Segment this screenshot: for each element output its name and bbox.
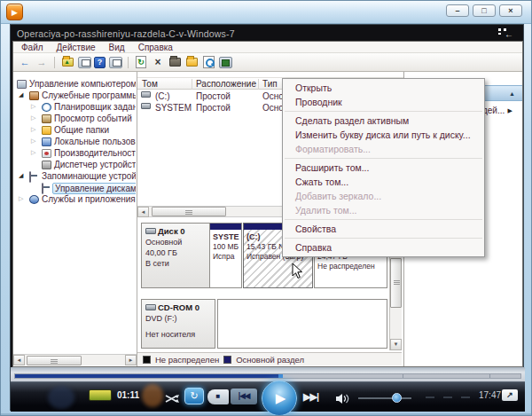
toolbox-icon (29, 91, 39, 100)
tree-item-event-viewer[interactable]: ▷Просмотр событий (13, 114, 136, 125)
video-restore-icon[interactable]: ← (497, 27, 514, 40)
previous-icon: |◀◀ (239, 391, 249, 400)
expander-expanded-icon[interactable]: ◢ (19, 172, 23, 179)
menu-item-delete-volume: Удалить том... (283, 203, 484, 217)
next-button[interactable]: ▶▶| (303, 391, 318, 403)
up-level-icon[interactable]: ▴ (60, 55, 74, 69)
menu-item-add-mirror: Добавить зеркало... (283, 189, 484, 203)
collapse-icon[interactable]: ▲ (509, 90, 515, 97)
volume-knob[interactable] (392, 393, 402, 403)
volume-slider[interactable] (358, 397, 411, 399)
tree-item-performance[interactable]: ▷Производительность (13, 148, 136, 160)
tree-item-shared-folders[interactable]: ▷Общие папки (13, 125, 136, 137)
stop-button[interactable]: ■ (207, 389, 229, 404)
disk0-info[interactable]: Диск 0 Основной 40,00 ГБ В сети (141, 223, 215, 288)
fullscreen-button[interactable]: ↗ (502, 389, 518, 401)
menu-item-properties[interactable]: Свойства (283, 222, 484, 236)
play-button[interactable]: ▶ (262, 381, 297, 416)
tree-item-storage[interactable]: ◢Запоминающие устройст (13, 171, 136, 183)
menu-item-extend-volume[interactable]: Расширить том... (283, 161, 484, 175)
play-icon: ▶ (276, 390, 286, 405)
menu-view[interactable]: Вид (109, 43, 125, 51)
player-titlebar: ▶ – □ × (1, 1, 532, 24)
back-icon[interactable]: ← (18, 55, 32, 69)
expander-expanded-icon[interactable]: ◢ (19, 91, 23, 98)
seek-bar[interactable] (14, 373, 521, 379)
close-icon: × (508, 6, 512, 15)
menu-separator (285, 111, 482, 112)
expander-collapsed-icon[interactable]: ▷ (31, 126, 35, 133)
refresh-icon[interactable]: ↻ (134, 55, 148, 69)
mouse-cursor (292, 263, 303, 283)
volume-icon[interactable] (335, 393, 350, 404)
console-window-icon[interactable] (77, 55, 91, 69)
help-icon[interactable]: ? (94, 57, 106, 68)
tree-item-system-tools[interactable]: ◢Служебные программы (13, 90, 136, 102)
expander-collapsed-icon[interactable]: ▷ (31, 103, 35, 110)
minimize-button[interactable]: – (446, 4, 469, 17)
menu-item-shrink-volume[interactable]: Сжать том... (283, 175, 484, 189)
video-area: Operaciya-po-rasshireniyu-razdela-C-v-Wi… (10, 24, 524, 411)
elapsed-time: 01:11 (117, 390, 139, 400)
toolbar-separator (54, 57, 55, 68)
scroll-down-icon[interactable]: ▼ (390, 339, 402, 350)
column-volume[interactable]: Том (142, 79, 158, 89)
tree-horizontal-scrollbar[interactable]: ◄ ► (13, 354, 137, 365)
unallocated-swatch (143, 356, 151, 364)
expander-collapsed-icon[interactable]: ▷ (31, 137, 35, 145)
disk-icon (145, 228, 156, 234)
manage-computer-icon[interactable] (218, 55, 232, 69)
menu-help[interactable]: Справка (138, 43, 173, 51)
console-tree: Управление компьютером (л ◢Служебные про… (13, 72, 137, 366)
folder-open-icon[interactable] (184, 55, 199, 69)
column-layout[interactable]: Расположение (196, 79, 256, 89)
expander-collapsed-icon[interactable]: ▷ (31, 114, 35, 122)
previous-button[interactable]: |◀◀ (231, 389, 257, 404)
expander-collapsed-icon[interactable]: ▷ (31, 149, 35, 156)
restore-left-arrow-icon: ← (505, 29, 513, 39)
scroll-left-icon[interactable]: ◄ (13, 355, 25, 365)
partition-system[interactable]: SYSTE 100 МБ Испра (209, 223, 242, 288)
volume-icon (141, 103, 151, 109)
menu-item-change-letter[interactable]: Изменить букву диска или путь к диску... (283, 128, 484, 142)
delete-icon[interactable]: × (151, 55, 165, 69)
scroll-right-icon[interactable]: ► (125, 355, 137, 365)
tree-item-local-users[interactable]: ▷Локальные пользовате (13, 137, 136, 148)
video-title: Operaciya-po-rasshireniyu-razdela-C-v-Wi… (17, 28, 235, 39)
column-type[interactable]: Тип (262, 79, 278, 89)
menu-separator (285, 158, 482, 159)
tree-item-task-scheduler[interactable]: ▷Планировщик заданий (13, 102, 136, 114)
scrollbar-thumb[interactable] (27, 356, 82, 365)
next-icon: ▶▶| (303, 391, 318, 402)
partition-legend: Не распределен Основной раздел (137, 352, 402, 365)
seek-area (11, 367, 525, 381)
menu-item-help[interactable]: Справка (283, 240, 484, 255)
expander-collapsed-icon[interactable]: ▷ (19, 195, 23, 202)
close-button[interactable]: × (499, 4, 522, 17)
menu-action[interactable]: Действие (57, 43, 96, 51)
tree-item-services[interactable]: ▷Службы и приложения (13, 194, 136, 206)
player-control-bar: 01:11 ↻ ■ |◀◀ ▶ ▶▶| 17:47 ↗ (11, 381, 525, 412)
shuffle-icon[interactable] (165, 394, 180, 404)
scrollbar-thumb[interactable] (390, 258, 402, 308)
forward-icon[interactable]: → (35, 55, 49, 69)
tree-item-device-manager[interactable]: Диспетчер устройств (13, 160, 136, 171)
cdrom-info[interactable]: CD-ROM 0 DVD (F:) Нет носителя (141, 299, 215, 349)
device-manager-icon (42, 161, 51, 169)
folder-icon[interactable] (168, 55, 182, 69)
shared-folder-icon (42, 126, 51, 135)
menu-item-open[interactable]: Открыть (283, 81, 484, 95)
scroll-left-icon[interactable]: ◄ (137, 207, 149, 217)
search-icon[interactable] (201, 55, 215, 69)
menu-item-mark-active[interactable]: Сделать раздел активным (283, 114, 484, 128)
menu-item-explorer[interactable]: Проводник (283, 95, 484, 109)
repeat-button[interactable]: ↻ (184, 388, 204, 404)
maximize-button[interactable]: □ (473, 4, 496, 17)
tree-item-disk-management[interactable]: Управление дисками (13, 183, 136, 194)
storage-icon (29, 171, 31, 183)
tree-item-computer-management[interactable]: Управление компьютером (л (13, 79, 136, 90)
menu-file[interactable]: Файл (21, 43, 43, 51)
playlist-thumbnail[interactable] (89, 389, 112, 401)
actions-pane-toggle-icon[interactable] (108, 55, 122, 69)
scrollbar-thumb[interactable] (152, 207, 226, 216)
